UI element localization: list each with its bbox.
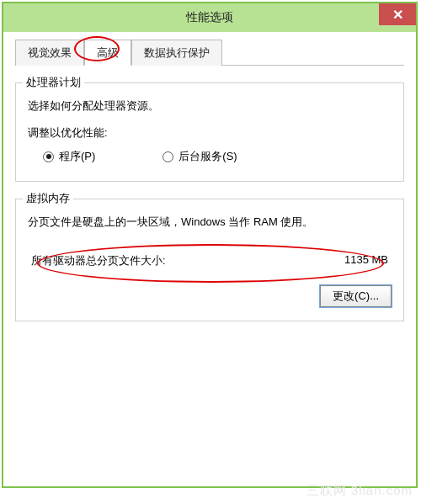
tab-advanced[interactable]: 高级 [84, 40, 131, 66]
radio-icon [163, 151, 173, 162]
tab-label: 视觉效果 [28, 46, 72, 59]
adjust-label: 调整以优化性能: [28, 125, 392, 141]
button-label: 更改(C)... [333, 289, 379, 302]
tab-dep[interactable]: 数据执行保护 [131, 40, 222, 66]
radio-icon [43, 151, 54, 162]
change-button[interactable]: 更改(C)... [320, 285, 392, 307]
radio-background-services[interactable]: 后台服务(S) [163, 149, 237, 164]
paging-total-label: 所有驱动器总分页文件大小: [31, 253, 166, 268]
tab-visual-effects[interactable]: 视觉效果 [15, 40, 84, 66]
group-legend: 处理器计划 [23, 75, 84, 90]
window-buttons: ✕ [379, 3, 416, 27]
scheduling-radio-row: 程序(P) 后台服务(S) [43, 149, 392, 164]
vm-button-row: 更改(C)... [28, 285, 392, 307]
processor-scheduling-group: 处理器计划 选择如何分配处理器资源。 调整以优化性能: 程序(P) 后台服务(S… [15, 82, 404, 182]
window-title: 性能选项 [186, 10, 233, 25]
dialog-body: 视觉效果 高级 数据执行保护 处理器计划 选择如何分配处理器资源。 调整以优化性… [3, 32, 416, 486]
tab-label: 数据执行保护 [144, 46, 210, 59]
tab-label: 高级 [97, 46, 119, 59]
group-legend: 虚拟内存 [23, 191, 73, 206]
radio-label: 后台服务(S) [179, 149, 237, 164]
close-icon: ✕ [392, 7, 403, 23]
processor-desc: 选择如何分配处理器资源。 [28, 98, 392, 114]
performance-options-window: 性能选项 ✕ 视觉效果 高级 数据执行保护 处理器计划 选择如何分配处理器资源。… [2, 2, 418, 488]
radio-programs[interactable]: 程序(P) [43, 149, 95, 164]
close-button[interactable]: ✕ [379, 3, 416, 25]
tab-strip: 视觉效果 高级 数据执行保护 [15, 39, 404, 66]
radio-label: 程序(P) [59, 149, 95, 164]
paging-total-row: 所有驱动器总分页文件大小: 1135 MB [31, 253, 388, 268]
titlebar: 性能选项 ✕ [3, 3, 416, 32]
vm-desc: 分页文件是硬盘上的一块区域，Windows 当作 RAM 使用。 [28, 215, 392, 230]
virtual-memory-group: 虚拟内存 分页文件是硬盘上的一块区域，Windows 当作 RAM 使用。 所有… [15, 199, 404, 321]
paging-total-value: 1135 MB [344, 253, 388, 268]
